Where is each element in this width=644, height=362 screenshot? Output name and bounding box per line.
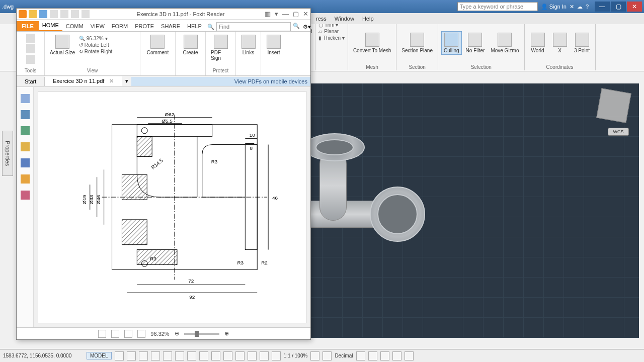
- lock-ui[interactable]: [368, 351, 377, 360]
- zoom-out-button[interactable]: ⊖: [175, 330, 179, 337]
- foxit-maximize[interactable]: ▢: [293, 10, 299, 18]
- select-text-icon[interactable]: [26, 44, 35, 53]
- tab-home[interactable]: HOME: [39, 20, 62, 31]
- ribbon-expand-icon[interactable]: ▾: [275, 10, 278, 18]
- world-button[interactable]: World: [528, 32, 548, 54]
- menu-item[interactable]: ress: [312, 16, 331, 22]
- minimize-button[interactable]: —: [595, 2, 610, 12]
- clean-screen[interactable]: [405, 351, 414, 360]
- osnap-toggle[interactable]: [163, 351, 172, 360]
- gizmo-toggle[interactable]: [272, 351, 281, 360]
- foxit-titlebar[interactable]: Exercice 3D n 11.pdf - Foxit Reader ▥ ▾ …: [17, 9, 310, 20]
- foxit-close[interactable]: ✕: [303, 10, 308, 18]
- print-icon[interactable]: [50, 10, 58, 18]
- lineweight-toggle[interactable]: [199, 351, 208, 360]
- single-page-icon[interactable]: [98, 330, 106, 338]
- signin-button[interactable]: 👤 Sign In: [541, 4, 567, 10]
- menu-window[interactable]: Window: [331, 16, 358, 22]
- cycling-toggle[interactable]: [223, 351, 232, 360]
- tab-protect[interactable]: PROTE: [131, 21, 157, 31]
- visibility-toggle[interactable]: [310, 351, 319, 360]
- pdf-sign-button[interactable]: PDF Sign: [209, 34, 232, 62]
- snap-toggle[interactable]: [127, 351, 136, 360]
- pages-panel-icon[interactable]: [21, 110, 30, 119]
- close-tab-icon[interactable]: ✕: [109, 78, 114, 84]
- ribbon-display-icon[interactable]: ▥: [265, 10, 271, 18]
- grid-toggle[interactable]: [115, 351, 124, 360]
- select-annotation-icon[interactable]: [26, 55, 35, 64]
- move-gizmo-button[interactable]: Move Gizmo: [489, 32, 521, 54]
- create-button[interactable]: Create: [181, 34, 201, 56]
- insert-button[interactable]: Insert: [264, 34, 284, 56]
- links-button[interactable]: Links: [238, 34, 259, 56]
- hardware-accel[interactable]: [392, 351, 401, 360]
- properties-panel-tab[interactable]: Properties: [2, 131, 13, 176]
- security-panel-icon[interactable]: [21, 174, 30, 184]
- isolate-objects[interactable]: [380, 351, 389, 360]
- layers-panel-icon[interactable]: [21, 126, 30, 135]
- undo-icon[interactable]: [71, 10, 79, 18]
- options-icon[interactable]: ⚙▾: [303, 24, 311, 30]
- polar-toggle[interactable]: [151, 351, 160, 360]
- dynamic-input-toggle[interactable]: [187, 351, 196, 360]
- continuous-facing-icon[interactable]: [137, 330, 145, 338]
- menu-help[interactable]: Help: [358, 16, 378, 22]
- doc-tab-file[interactable]: Exercice 3D n 11.pdf✕: [45, 76, 122, 86]
- tab-form[interactable]: FORM: [108, 21, 131, 31]
- 3dosnap-toggle[interactable]: [235, 351, 245, 360]
- help-icon[interactable]: ?: [586, 4, 589, 10]
- threepoint-button[interactable]: 3 Point: [572, 32, 592, 54]
- filter-toggle[interactable]: [260, 351, 269, 360]
- nofilter-button[interactable]: No Filter: [464, 32, 487, 54]
- thicken-button[interactable]: ▮ Thicken ▾: [318, 35, 344, 41]
- attachments-panel-icon[interactable]: [21, 158, 30, 167]
- open-icon[interactable]: [29, 10, 37, 18]
- cloud-icon[interactable]: ☁: [577, 4, 583, 10]
- wcs-badge[interactable]: WCS: [608, 128, 629, 136]
- convert-mesh-button[interactable]: Convert To Mesh: [351, 32, 393, 54]
- search-input[interactable]: [457, 2, 538, 11]
- rotate-left-button[interactable]: ↺ Rotate Left: [79, 42, 112, 48]
- signatures-panel-icon[interactable]: [21, 191, 30, 200]
- search-icon[interactable]: 🔍: [293, 23, 301, 31]
- comment-button[interactable]: Comment: [145, 34, 171, 56]
- tab-help[interactable]: HELP: [184, 21, 205, 31]
- rotate-right-button[interactable]: ↻ Rotate Right: [79, 49, 112, 54]
- planar-button[interactable]: ▱ Planar: [318, 29, 339, 34]
- viewcube[interactable]: [596, 88, 631, 123]
- zoom-combo[interactable]: 🔍 96.32% ▾: [79, 36, 112, 41]
- annotation-scale[interactable]: 1:1 / 100%: [284, 353, 308, 358]
- email-icon[interactable]: [60, 10, 68, 18]
- tab-comment[interactable]: COMM: [62, 21, 87, 31]
- facing-page-icon[interactable]: [124, 330, 132, 338]
- quick-props[interactable]: [356, 351, 365, 360]
- workspace-button[interactable]: [323, 351, 332, 360]
- comments-panel-icon[interactable]: [21, 142, 30, 151]
- section-plane-button[interactable]: Section Plane: [399, 32, 435, 54]
- doc-tab-start[interactable]: Start: [17, 77, 45, 86]
- otrack-toggle[interactable]: [175, 351, 184, 360]
- dynucs-toggle[interactable]: [248, 351, 257, 360]
- zoom-in-button[interactable]: ⊕: [224, 330, 229, 337]
- ortho-toggle[interactable]: [139, 351, 148, 360]
- redo-icon[interactable]: [82, 10, 90, 18]
- x-button[interactable]: X: [550, 32, 570, 54]
- foxit-minimize[interactable]: —: [282, 10, 289, 18]
- find-input[interactable]: [216, 22, 291, 31]
- exchange-icon[interactable]: ✕: [570, 4, 574, 10]
- close-button[interactable]: ✕: [627, 2, 642, 12]
- mobile-promo-banner[interactable]: View PDFs on mobile devices: [131, 77, 310, 86]
- continuous-page-icon[interactable]: [111, 330, 119, 338]
- transparency-toggle[interactable]: [211, 351, 220, 360]
- units-display[interactable]: Decimal: [335, 353, 353, 358]
- save-icon[interactable]: [39, 10, 47, 18]
- culling-button[interactable]: Culling: [441, 31, 462, 55]
- maximize-button[interactable]: ▢: [611, 2, 626, 12]
- pdf-page-view[interactable]: Ø62 Ø5.5 R14.5 R3 46 10 8 Ø46 Ø33 Ø19 R3…: [34, 87, 310, 327]
- tab-file[interactable]: FILE: [17, 21, 39, 31]
- hand-tool-icon[interactable]: [26, 34, 35, 43]
- space-model-button[interactable]: MODEL: [87, 352, 112, 359]
- bookmark-panel-icon[interactable]: [21, 94, 30, 103]
- tab-share[interactable]: SHARE: [157, 21, 184, 31]
- zoom-slider[interactable]: [184, 333, 219, 335]
